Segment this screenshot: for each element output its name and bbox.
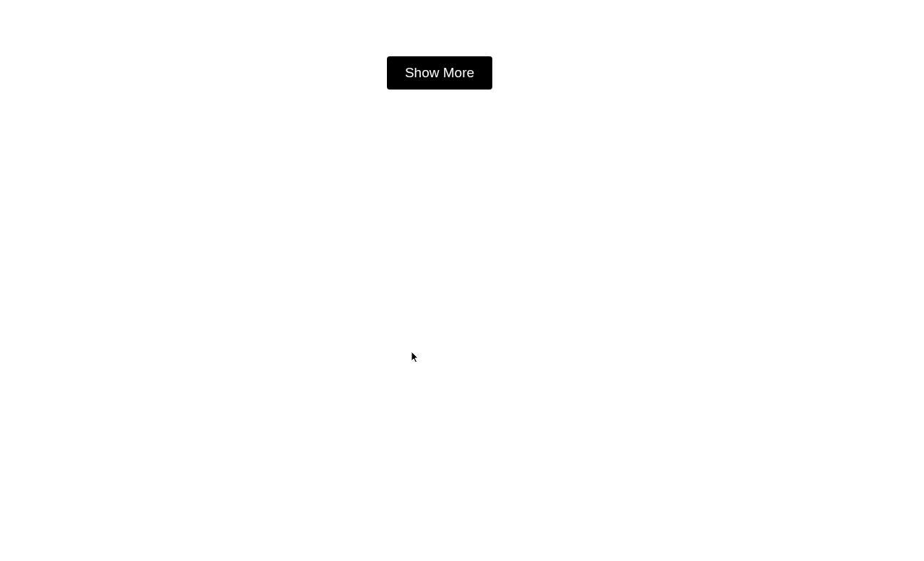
show-more-button[interactable]: Show More: [387, 56, 492, 90]
show-more-label: Show More: [405, 65, 474, 81]
cursor-icon: [411, 352, 420, 363]
